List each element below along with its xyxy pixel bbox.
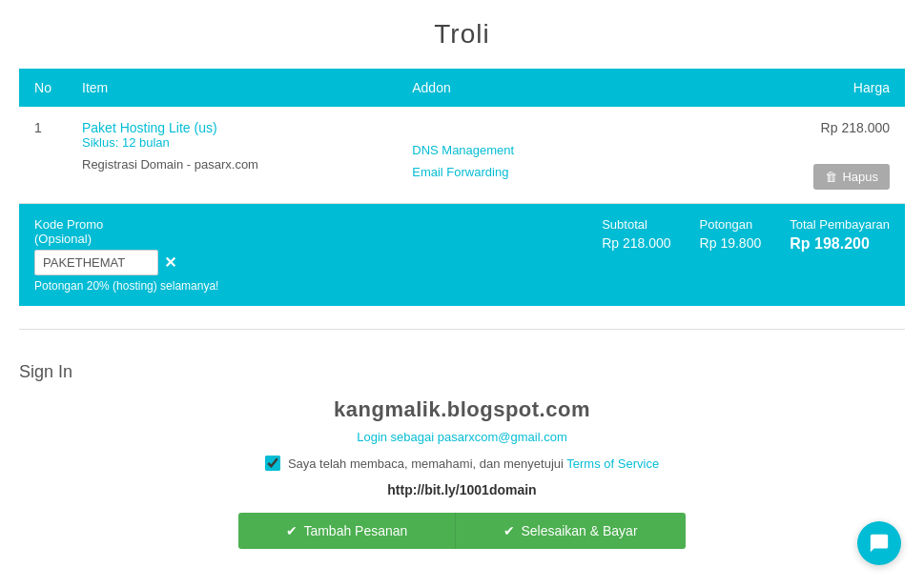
promo-discount-text: Potongan 20% (hosting) selamanya! xyxy=(34,279,381,293)
potongan-value: Rp 19.800 xyxy=(700,235,762,251)
row-item-details: Paket Hosting Lite (us) Siklus: 12 bulan… xyxy=(67,107,397,204)
page-title: Troli xyxy=(19,19,905,50)
col-addon: Addon xyxy=(397,69,678,107)
table-row: 1 Paket Hosting Lite (us) Siklus: 12 bul… xyxy=(19,107,905,204)
subtotal-col: Subtotal Rp 218.000 xyxy=(602,217,670,251)
tos-row: Saya telah membaca, memahami, dan menyet… xyxy=(19,456,905,471)
promo-section: Kode Promo (Opsional) ✕ Potongan 20% (ho… xyxy=(34,217,381,293)
addon-list: DNS Management Email Forwarding xyxy=(412,120,663,184)
chat-bubble-button[interactable] xyxy=(857,521,901,565)
add-order-label: Tambah Pesanan xyxy=(303,523,407,538)
promo-clear-button[interactable]: ✕ xyxy=(164,253,176,272)
addon-email: Email Forwarding xyxy=(412,161,663,183)
sign-in-section: Sign In kangmalik.blogspot.com Login seb… xyxy=(19,353,905,578)
row-number: 1 xyxy=(19,107,67,204)
subtotal-label: Subtotal xyxy=(602,217,670,232)
item-price: Rp 218.000 xyxy=(694,120,890,135)
col-item: Item xyxy=(67,69,397,107)
chat-icon xyxy=(869,533,890,554)
action-buttons: ✔ Tambah Pesanan ✔ Selesaikan & Bayar xyxy=(19,513,905,549)
table-header-row: No Item Addon Harga xyxy=(19,69,905,107)
tos-text: Saya telah membaca, memahami, dan menyet… xyxy=(288,456,659,471)
potongan-col: Potongan Rp 19.800 xyxy=(700,217,762,251)
cart-table: No Item Addon Harga 1 Paket Hosting Lite… xyxy=(19,69,905,306)
tos-checkbox[interactable] xyxy=(265,456,280,471)
total-value: Rp 198.200 xyxy=(790,235,890,253)
hapus-button[interactable]: 🗑 Hapus xyxy=(813,164,890,190)
promo-input-row: ✕ xyxy=(34,250,381,275)
col-no: No xyxy=(19,69,67,107)
promo-input[interactable] xyxy=(34,250,158,275)
promo-sublabel-text: (Opsional) xyxy=(34,232,92,246)
checkout-button[interactable]: ✔ Selesaikan & Bayar xyxy=(455,513,685,549)
tos-link[interactable]: Terms of Service xyxy=(566,456,659,471)
tos-text-label: Saya telah membaca, memahami, dan menyet… xyxy=(288,456,564,471)
subtotal-value: Rp 218.000 xyxy=(602,235,670,251)
row-addons: DNS Management Email Forwarding xyxy=(397,107,678,204)
item-name: Paket Hosting Lite (us) xyxy=(82,120,381,135)
item-domain: Registrasi Domain - pasarx.com xyxy=(82,157,381,172)
addon-dns: DNS Management xyxy=(412,139,663,161)
add-order-button[interactable]: ✔ Tambah Pesanan xyxy=(238,513,455,549)
total-col: Total Pembayaran Rp 198.200 xyxy=(790,217,890,253)
watermark: kangmalik.blogspot.com xyxy=(19,397,905,422)
table-footer-row: Kode Promo (Opsional) ✕ Potongan 20% (ho… xyxy=(19,204,905,307)
totals-cell: Subtotal Rp 218.000 Potongan Rp 19.800 T… xyxy=(397,204,905,307)
promo-cell: Kode Promo (Opsional) ✕ Potongan 20% (ho… xyxy=(19,204,397,307)
totals-section: Subtotal Rp 218.000 Potongan Rp 19.800 T… xyxy=(412,217,890,253)
section-divider xyxy=(19,329,905,330)
row-price-cell: Rp 218.000 🗑 Hapus xyxy=(679,107,905,204)
url-display: http://bit.ly/1001domain xyxy=(19,482,905,497)
trash-icon: 🗑 xyxy=(825,170,837,184)
potongan-label: Potongan xyxy=(700,217,762,232)
total-label: Total Pembayaran xyxy=(790,217,890,232)
login-info: Login sebagai pasarxcom@gmail.com xyxy=(19,430,905,444)
check-icon-add: ✔ xyxy=(286,523,298,538)
promo-label: Kode Promo (Opsional) xyxy=(34,217,381,246)
sign-in-title: Sign In xyxy=(19,362,905,382)
hapus-label: Hapus xyxy=(842,170,878,184)
check-icon-checkout: ✔ xyxy=(503,523,515,538)
promo-label-text: Kode Promo xyxy=(34,217,103,232)
item-cycle: Siklus: 12 bulan xyxy=(82,135,381,150)
checkout-label: Selesaikan & Bayar xyxy=(521,523,637,538)
col-harga: Harga xyxy=(679,69,905,107)
